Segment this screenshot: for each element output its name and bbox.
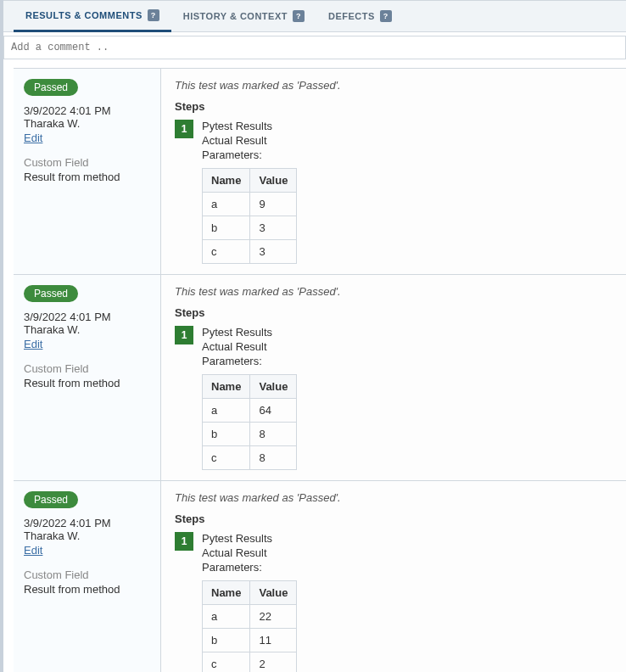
- result-detail: This test was marked as 'Passed'.Steps1P…: [161, 69, 626, 274]
- custom-field-label: Custom Field: [24, 156, 150, 169]
- parameters-label: Parameters:: [202, 561, 612, 574]
- step-row: 1Pytest ResultsActual ResultParameters:N…: [175, 532, 612, 672]
- edit-link[interactable]: Edit: [24, 132, 42, 144]
- comment-input[interactable]: [3, 36, 626, 59]
- marked-text: This test was marked as 'Passed'.: [175, 285, 612, 298]
- result-timestamp: 3/9/2022 4:01 PM Tharaka W.: [24, 104, 150, 130]
- step-number-badge: 1: [175, 326, 193, 344]
- param-name: a: [203, 193, 250, 216]
- table-header-value: Value: [250, 581, 297, 605]
- table-row: b8: [203, 423, 297, 446]
- step-row: 1Pytest ResultsActual ResultParameters:N…: [175, 326, 612, 470]
- result-detail: This test was marked as 'Passed'.Steps1P…: [161, 481, 626, 672]
- param-name: a: [203, 399, 250, 423]
- step-number-badge: 1: [175, 532, 193, 551]
- result-timestamp: 3/9/2022 4:01 PM Tharaka W.: [24, 517, 150, 542]
- result-meta: Passed3/9/2022 4:01 PM Tharaka W.EditCus…: [14, 69, 161, 274]
- comment-box: [3, 36, 626, 59]
- status-badge: Passed: [24, 285, 78, 302]
- param-name: c: [203, 652, 250, 673]
- param-name: c: [203, 446, 250, 470]
- marked-text: This test was marked as 'Passed'.: [175, 79, 612, 92]
- result-meta: Passed3/9/2022 4:01 PM Tharaka W.EditCus…: [14, 481, 161, 672]
- table-header-name: Name: [203, 169, 250, 193]
- custom-field-label: Custom Field: [24, 568, 150, 581]
- edit-link[interactable]: Edit: [24, 544, 42, 557]
- parameters-label: Parameters:: [202, 148, 612, 161]
- result-timestamp: 3/9/2022 4:01 PM Tharaka W.: [24, 311, 150, 336]
- tab-history-context[interactable]: HISTORY & CONTEXT ?: [171, 1, 316, 31]
- result-card: Passed3/9/2022 4:01 PM Tharaka W.EditCus…: [14, 480, 626, 672]
- status-badge: Passed: [24, 79, 78, 96]
- status-badge: Passed: [24, 491, 78, 508]
- step-body: Pytest ResultsActual ResultParameters:Na…: [202, 120, 612, 264]
- result-meta: Passed3/9/2022 4:01 PM Tharaka W.EditCus…: [14, 275, 161, 480]
- step-subtitle: Actual Result: [202, 546, 612, 559]
- table-header-value: Value: [250, 169, 297, 193]
- param-value: 11: [250, 629, 297, 652]
- param-name: b: [203, 629, 250, 652]
- parameters-table: NameValuea9b3c3: [202, 168, 297, 264]
- tab-defects[interactable]: DEFECTS ?: [316, 1, 404, 31]
- table-row: c2: [203, 652, 297, 673]
- result-card: Passed3/9/2022 4:01 PM Tharaka W.EditCus…: [14, 68, 626, 274]
- step-row: 1Pytest ResultsActual ResultParameters:N…: [175, 120, 612, 264]
- table-row: a22: [203, 605, 297, 629]
- param-value: 8: [250, 423, 297, 446]
- steps-heading: Steps: [175, 512, 612, 525]
- edit-link[interactable]: Edit: [24, 338, 42, 350]
- tab-label: RESULTS & COMMENTS: [25, 10, 143, 20]
- table-header-name: Name: [203, 581, 250, 605]
- table-header-name: Name: [203, 375, 250, 399]
- result-detail: This test was marked as 'Passed'.Steps1P…: [161, 275, 626, 480]
- param-name: b: [203, 423, 250, 446]
- param-name: b: [203, 216, 250, 240]
- step-number-badge: 1: [175, 120, 193, 138]
- table-row: a64: [203, 399, 297, 423]
- custom-field-value: Result from method: [24, 377, 150, 389]
- param-value: 3: [250, 240, 297, 264]
- step-body: Pytest ResultsActual ResultParameters:Na…: [202, 532, 612, 672]
- tab-label: DEFECTS: [328, 11, 375, 21]
- step-body: Pytest ResultsActual ResultParameters:Na…: [202, 326, 612, 470]
- table-row: b11: [203, 629, 297, 652]
- step-title: Pytest Results: [202, 326, 612, 339]
- tab-label: HISTORY & CONTEXT: [183, 11, 288, 21]
- results-list: Passed3/9/2022 4:01 PM Tharaka W.EditCus…: [3, 68, 626, 672]
- table-row: c8: [203, 446, 297, 470]
- param-name: c: [203, 240, 250, 264]
- param-value: 22: [250, 605, 297, 629]
- steps-heading: Steps: [175, 306, 612, 319]
- custom-field-label: Custom Field: [24, 362, 150, 375]
- param-name: a: [203, 605, 250, 629]
- param-value: 8: [250, 446, 297, 470]
- step-title: Pytest Results: [202, 120, 612, 132]
- table-row: c3: [203, 240, 297, 264]
- custom-field-value: Result from method: [24, 583, 150, 596]
- custom-field-value: Result from method: [24, 171, 150, 183]
- tab-results-comments[interactable]: RESULTS & COMMENTS ?: [14, 1, 171, 32]
- step-title: Pytest Results: [202, 532, 612, 545]
- parameters-table: NameValuea22b11c2: [202, 580, 297, 672]
- param-value: 3: [250, 216, 297, 240]
- table-row: b3: [203, 216, 297, 240]
- param-value: 9: [250, 193, 297, 216]
- help-icon[interactable]: ?: [148, 9, 159, 21]
- parameters-table: NameValuea64b8c8: [202, 374, 297, 470]
- steps-heading: Steps: [175, 100, 612, 113]
- help-icon[interactable]: ?: [293, 10, 305, 22]
- param-value: 64: [250, 399, 297, 423]
- step-subtitle: Actual Result: [202, 134, 612, 147]
- marked-text: This test was marked as 'Passed'.: [175, 491, 612, 504]
- table-row: a9: [203, 193, 297, 216]
- parameters-label: Parameters:: [202, 355, 612, 367]
- help-icon[interactable]: ?: [380, 10, 392, 22]
- tab-bar: RESULTS & COMMENTS ? HISTORY & CONTEXT ?…: [3, 0, 626, 32]
- table-header-value: Value: [250, 375, 297, 399]
- result-card: Passed3/9/2022 4:01 PM Tharaka W.EditCus…: [14, 274, 626, 480]
- param-value: 2: [250, 652, 297, 673]
- step-subtitle: Actual Result: [202, 340, 612, 353]
